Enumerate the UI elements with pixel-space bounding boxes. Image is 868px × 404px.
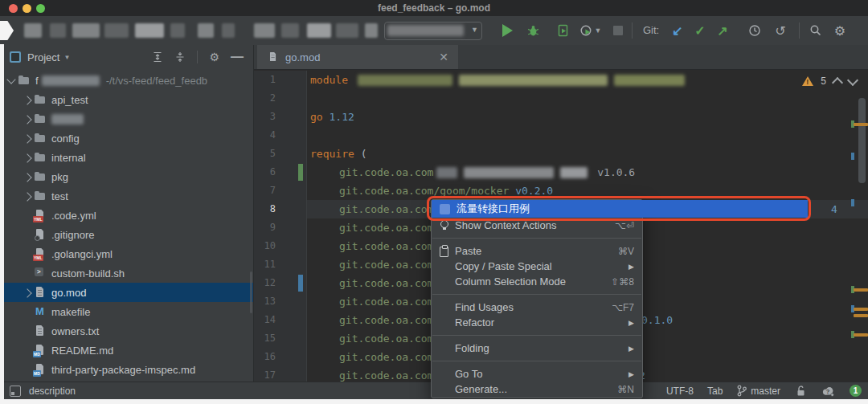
vcs-update-button[interactable]: ↙: [669, 22, 686, 39]
code-line-5[interactable]: 5require (: [254, 145, 868, 163]
stripe-changed-mark[interactable]: [851, 199, 854, 206]
project-panel-title[interactable]: Project: [27, 51, 59, 63]
code-line-3[interactable]: 3go 1.12: [254, 108, 868, 126]
toolbar-redacted-block: [72, 23, 100, 38]
stripe-warning-mark[interactable]: [854, 123, 868, 126]
chevron-collapsed-icon[interactable]: [23, 134, 31, 143]
chevron-collapsed-icon[interactable]: [23, 192, 31, 201]
tree-item-test[interactable]: test: [0, 186, 253, 206]
unlocked-icon[interactable]: [794, 385, 807, 398]
tree-item--golangci-yml[interactable]: .golangci.yml: [0, 244, 253, 263]
stripe-warning-mark[interactable]: [854, 333, 868, 337]
tree-item-label: custom-build.sh: [51, 267, 125, 280]
tree-item-go-mod[interactable]: go.mod: [0, 283, 253, 302]
tree-item--code-yml[interactable]: .code.yml: [0, 206, 253, 225]
tree-item-owners-txt[interactable]: owners.txt: [0, 321, 253, 341]
page-edge-bottom: [0, 399, 868, 404]
tree-item-label: .code.yml: [51, 210, 96, 222]
vcs-push-button[interactable]: ↗: [714, 22, 731, 39]
chevron-collapsed-icon[interactable]: [23, 173, 31, 182]
tree-scrollbar[interactable]: [250, 271, 252, 313]
stop-icon: [613, 26, 623, 35]
tree-item-redacted[interactable]: [0, 109, 253, 129]
chevron-collapsed-icon[interactable]: [23, 96, 31, 104]
git-branch-widget[interactable]: master: [736, 385, 780, 397]
tree-item-makefile[interactable]: makefile: [0, 302, 253, 321]
stripe-warning-mark[interactable]: [854, 314, 868, 317]
gutter: 3: [254, 108, 307, 126]
menu-item-copy-paste-special[interactable]: Copy / Paste Special▶: [432, 259, 642, 274]
git-icon: [34, 228, 47, 241]
folder-icon: [34, 93, 47, 106]
menu-item-label: Copy / Paste Special: [455, 260, 620, 272]
project-icon: [10, 51, 21, 63]
tree-item-pkg[interactable]: pkg: [0, 167, 253, 186]
run-with-coverage-button[interactable]: [555, 22, 572, 39]
status-left-label[interactable]: description: [29, 386, 76, 397]
stripe-warning-mark[interactable]: [854, 288, 868, 292]
toolbar-redacted-block: [170, 23, 185, 38]
submenu-arrow-icon: ▶: [628, 345, 634, 353]
profiler-dropdown[interactable]: ▼: [593, 22, 603, 39]
code-line-4[interactable]: 4: [254, 126, 868, 145]
window-title: feed_feedback – go.mod: [0, 0, 868, 16]
gutter: 6: [254, 163, 307, 182]
close-icon[interactable]: ✕: [439, 51, 448, 63]
code-line-2[interactable]: 2: [254, 89, 868, 108]
indent-indicator[interactable]: Tab: [707, 386, 723, 397]
rollback-button[interactable]: ↺: [772, 22, 789, 39]
tree-item-custom-build-sh[interactable]: custom-build.sh: [0, 263, 253, 283]
tree-item-readme-md[interactable]: README.md: [0, 341, 253, 360]
expand-all-icon[interactable]: [152, 51, 163, 63]
chevron-collapsed-icon[interactable]: [23, 115, 31, 124]
chevron-collapsed-icon[interactable]: [23, 288, 31, 297]
history-button[interactable]: [746, 22, 764, 39]
menu-item-go-to[interactable]: Go To▶: [432, 366, 642, 382]
editor-scrollbar[interactable]: [858, 98, 866, 183]
folder-icon: [34, 112, 47, 125]
bug-icon: [526, 24, 540, 38]
search-everywhere-button[interactable]: [807, 22, 825, 39]
tree-item--gitignore[interactable]: .gitignore: [0, 225, 253, 244]
code-line-1[interactable]: 1module: [254, 71, 868, 89]
debug-button[interactable]: [524, 22, 542, 39]
code-line-6[interactable]: 6git.code.oa.com v1.0.6: [254, 163, 868, 182]
run-configuration-select[interactable]: ▼: [384, 22, 482, 40]
encoding-indicator[interactable]: UTF-8: [666, 386, 694, 397]
profiler-button[interactable]: [577, 22, 595, 39]
menu-item-generate-[interactable]: Generate...⌘N: [432, 382, 642, 397]
menu-item-folding[interactable]: Folding▶: [432, 341, 642, 356]
run-button[interactable]: [498, 22, 516, 39]
sh-icon: [34, 267, 47, 280]
stripe-warning-mark[interactable]: [854, 308, 868, 311]
menu-item-find-usages[interactable]: Find Usages⌥F7: [432, 300, 642, 315]
tab-go-mod[interactable]: go.mod ✕: [257, 45, 458, 69]
settings-button[interactable]: ⚙: [831, 22, 849, 39]
gear-icon[interactable]: ⚙: [209, 51, 219, 63]
collapse-all-icon[interactable]: [174, 51, 186, 63]
txt-icon: [34, 324, 47, 337]
tree-item-config[interactable]: config: [0, 129, 253, 148]
vcs-blue-marker: [298, 275, 303, 292]
stripe-changed-mark[interactable]: [851, 153, 854, 160]
menu-item-column-selection-mode[interactable]: Column Selection Mode⇧⌘8: [432, 274, 642, 289]
tree-root-item[interactable]: f-/t/vs-feed/feed_feedb: [0, 71, 253, 90]
settings-sync-icon[interactable]: ?: [821, 385, 836, 398]
menu-item-refactor[interactable]: Refactor▶: [432, 315, 642, 330]
chevron-down-icon[interactable]: ▼: [63, 54, 70, 61]
next-warning-chevron-icon[interactable]: [847, 74, 858, 85]
stop-button[interactable]: [609, 22, 627, 39]
hide-panel-button[interactable]: —: [231, 50, 244, 64]
gomod-icon: [34, 286, 47, 299]
tree-item-api-test[interactable]: api_test: [0, 90, 253, 109]
inspection-widget[interactable]: 5: [802, 75, 857, 87]
menu-item-paste[interactable]: Paste⌘V: [432, 243, 642, 259]
tree-item-internal[interactable]: internal: [0, 148, 253, 167]
prev-warning-chevron-icon[interactable]: [832, 76, 843, 88]
tool-window-toggle-icon[interactable]: [10, 386, 21, 397]
vcs-commit-button[interactable]: ✓: [691, 22, 709, 39]
notifications-badge[interactable]: 1: [850, 385, 862, 397]
chevron-collapsed-icon[interactable]: [23, 153, 31, 162]
redacted-root-name: [42, 75, 100, 86]
tree-item-third-party-package-imspec-md[interactable]: third-party-package-imspec.md: [0, 360, 253, 379]
